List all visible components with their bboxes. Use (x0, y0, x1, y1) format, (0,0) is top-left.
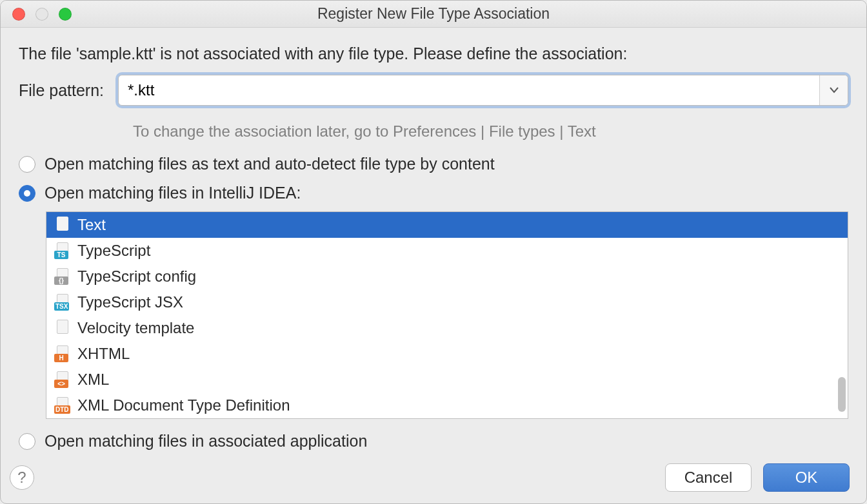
file-type-label: TypeScript JSX (77, 293, 183, 311)
help-button[interactable]: ? (10, 465, 34, 490)
radio-auto-detect-label: Open matching files as text and auto-det… (45, 155, 495, 173)
file-type-label: XML (77, 371, 109, 389)
file-type-icon: H (54, 345, 71, 362)
radio-open-in-associated-app[interactable]: Open matching files in associated applic… (19, 432, 848, 451)
chevron-down-icon (830, 87, 839, 93)
file-type-label: Velocity template (77, 319, 194, 337)
intro-text: The file 'sample.ktt' is not associated … (19, 44, 848, 63)
file-type-label: TypeScript (77, 242, 150, 260)
minimize-window-button[interactable] (35, 8, 48, 21)
ok-button[interactable]: OK (763, 463, 850, 492)
radio-open-in-associated-app-label: Open matching files in associated applic… (45, 432, 367, 451)
file-type-item[interactable]: TSXTypeScript JSX (46, 289, 848, 315)
radio-open-in-ide-button[interactable] (19, 185, 35, 202)
file-pattern-combobox[interactable] (118, 75, 848, 106)
file-type-item[interactable]: Velocity template (46, 315, 848, 341)
file-pattern-label: File pattern: (19, 81, 104, 100)
pattern-hint: To change the association later, go to P… (133, 122, 848, 141)
window-title: Register New File Type Association (317, 5, 550, 23)
file-pattern-dropdown-button[interactable] (819, 75, 848, 105)
file-type-item[interactable]: {}TypeScript config (46, 264, 848, 289)
file-type-icon (54, 217, 71, 233)
file-pattern-row: File pattern: (19, 75, 848, 106)
file-type-icon: {} (54, 268, 71, 285)
file-type-item[interactable]: <>XML (46, 367, 848, 393)
titlebar: Register New File Type Association (1, 1, 866, 28)
scrollbar-thumb[interactable] (838, 377, 846, 412)
radio-auto-detect-button[interactable] (19, 156, 35, 173)
file-type-label: Text (77, 216, 106, 234)
file-type-icon: TS (54, 242, 71, 259)
file-type-label: XML Document Type Definition (77, 396, 290, 414)
dialog-footer: ? Cancel OK (1, 456, 866, 503)
file-type-item[interactable]: Text (46, 212, 848, 238)
file-type-icon: TSX (54, 294, 71, 311)
file-type-item[interactable]: HXHTML (46, 341, 848, 367)
file-type-icon: <> (54, 371, 71, 388)
radio-open-in-ide-label: Open matching files in IntelliJ IDEA: (45, 184, 301, 202)
radio-open-in-associated-app-button[interactable] (19, 433, 35, 450)
close-window-button[interactable] (12, 8, 25, 21)
cancel-button[interactable]: Cancel (665, 463, 752, 492)
file-type-icon: DTD (54, 397, 71, 414)
file-type-label: TypeScript config (77, 267, 196, 286)
file-type-item[interactable]: TSTypeScript (46, 238, 848, 264)
window-controls (12, 8, 72, 21)
file-type-item[interactable]: DTDXML Document Type Definition (46, 393, 848, 418)
dialog-content: The file 'sample.ktt' is not associated … (1, 28, 866, 456)
file-type-icon (54, 320, 71, 336)
maximize-window-button[interactable] (59, 8, 72, 21)
file-pattern-input[interactable] (119, 75, 819, 105)
radio-auto-detect[interactable]: Open matching files as text and auto-det… (19, 155, 848, 173)
file-type-label: XHTML (77, 345, 130, 363)
file-type-listbox[interactable]: TextTSTypeScript{}TypeScript configTSXTy… (46, 211, 848, 419)
dialog-window: Register New File Type Association The f… (0, 0, 867, 504)
radio-open-in-ide[interactable]: Open matching files in IntelliJ IDEA: (19, 184, 848, 202)
